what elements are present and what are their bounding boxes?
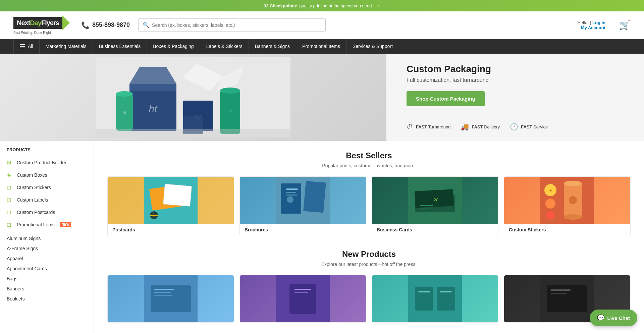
svg-rect-28 [286, 195, 297, 196]
svg-rect-61 [550, 289, 571, 291]
logo-tagline: Fast Printing, Done Right [13, 31, 51, 35]
brochures-label: Brochures [240, 224, 366, 236]
best-sellers-title: Best Sellers [107, 151, 631, 160]
svg-rect-55 [415, 287, 433, 311]
delivery-icon: 🚚 [461, 123, 469, 131]
new-products-subtitle: Explore our latest products—hot off the … [107, 262, 631, 267]
sidebar-item-custom-stickers[interactable]: ◻ Custom Stickers [0, 181, 94, 193]
hero-image: ht ht ht ht [0, 54, 386, 141]
nav-boxes[interactable]: Boxes & Packaging [147, 39, 200, 54]
svg-point-38 [564, 181, 582, 186]
banner-arrow: → [375, 3, 380, 9]
custom-boxes-icon: ◈ [7, 172, 13, 178]
svg-rect-48 [154, 292, 171, 293]
cart-icon[interactable]: 🛒 [619, 19, 631, 31]
hero-banner: ht ht ht ht Custom Packaging Full custom… [0, 54, 644, 141]
login-link[interactable]: Log In [592, 20, 605, 25]
svg-rect-56 [437, 287, 455, 311]
product-img-stickers: ★ [504, 177, 630, 224]
badge-service: 🕐 FAST Service [510, 123, 548, 131]
svg-text:★: ★ [549, 189, 552, 192]
banner-message: quality printing at the speed you need. [299, 3, 373, 8]
best-sellers-subtitle: Popular prints, customer favorites, and … [107, 163, 631, 168]
business-cards-label: Business Cards [372, 224, 498, 236]
hamburger-icon [20, 44, 25, 48]
product-card-new1[interactable] [107, 275, 234, 323]
shop-packaging-button[interactable]: Shop Custom Packaging [407, 91, 485, 106]
fast-label-2: FAST [472, 124, 483, 129]
nav-business[interactable]: Business Essentials [93, 39, 147, 54]
product-card-postcards[interactable]: Postcards [107, 176, 234, 236]
sidebar-item-bags[interactable]: Bags [0, 274, 94, 284]
svg-rect-19 [163, 184, 192, 207]
search-bar[interactable]: 🔍 [138, 18, 326, 32]
custom-stickers-label: Custom Stickers [504, 224, 630, 236]
svg-rect-57 [418, 291, 430, 292]
nav-all[interactable]: All [13, 39, 40, 54]
sidebar-item-aluminum-signs[interactable]: Aluminum Signs [0, 233, 94, 243]
svg-rect-25 [303, 181, 326, 213]
logo[interactable]: NextDayFlyers Fast Printing, Done Right [13, 15, 70, 35]
svg-rect-62 [550, 293, 567, 294]
svg-rect-49 [154, 295, 172, 296]
sidebar-item-custom-postcards[interactable]: ◻ Custom Postcards [0, 206, 94, 218]
sidebar: PRODUCTS ⊞ Custom Product Builder ◈ Cust… [0, 141, 94, 333]
product-img-new2 [240, 275, 366, 322]
sidebar-label-custom-boxes: Custom Boxes [17, 172, 47, 178]
nav-marketing[interactable]: Marketing Materials [40, 39, 93, 54]
sidebar-item-appointment-cards[interactable]: Appointment Cards [0, 264, 94, 274]
sidebar-item-a-frame-signs[interactable]: A-Frame Signs [0, 243, 94, 254]
sidebar-label-custom-labels: Custom Labels [17, 197, 48, 203]
sidebar-item-booklets[interactable]: Booklets [0, 294, 94, 304]
nav-banners[interactable]: Banners & Signs [249, 39, 296, 54]
turnaround-icon: ⏱ [407, 123, 413, 131]
svg-rect-26 [286, 188, 298, 190]
svg-rect-35 [420, 208, 430, 209]
svg-text:ht: ht [149, 103, 158, 114]
sidebar-item-custom-labels[interactable]: ◻ Custom Labels [0, 193, 94, 206]
product-img-bizcard: ✕ [372, 177, 498, 224]
sidebar-item-apparel[interactable]: Apparel [0, 254, 94, 264]
banner-checkpoints: 33 Checkpoints: [264, 3, 297, 8]
svg-rect-53 [294, 292, 308, 293]
sidebar-item-banners[interactable]: Banners [0, 284, 94, 294]
product-card-new2[interactable] [239, 275, 366, 323]
fast-label-1: FAST [416, 124, 427, 129]
live-chat-button[interactable]: 💬 Live Chat [590, 310, 637, 326]
nav-services[interactable]: Services & Support [346, 39, 399, 54]
nav-labels[interactable]: Labels & Stickers [200, 39, 249, 54]
product-img-postcards [108, 177, 234, 224]
phone-icon: 📞 [81, 21, 90, 29]
sidebar-label-promotional-items: Promotional Items [17, 222, 55, 227]
search-input[interactable] [152, 22, 321, 28]
search-icon: 🔍 [143, 22, 149, 28]
svg-point-40 [569, 196, 577, 204]
new-products-title: New Products [107, 249, 631, 259]
product-card-brochures[interactable]: Brochures [239, 176, 366, 236]
product-card-business-cards[interactable]: ✕ Business Cards [372, 176, 498, 236]
sidebar-item-promotional-items[interactable]: ◻ Promotional Items NEW [0, 218, 94, 231]
nav-all-label: All [28, 44, 33, 49]
svg-point-42 [545, 199, 555, 209]
sidebar-item-custom-product-builder[interactable]: ⊞ Custom Product Builder [0, 156, 94, 169]
product-builder-icon: ⊞ [7, 159, 13, 166]
best-sellers-grid: Postcards Brochures [107, 176, 631, 236]
product-card-new3[interactable] [372, 275, 498, 323]
svg-rect-27 [286, 192, 296, 193]
header: NextDayFlyers Fast Printing, Done Right … [0, 11, 644, 39]
svg-point-29 [287, 196, 293, 203]
svg-rect-47 [154, 289, 174, 290]
nav-promo[interactable]: Promotional Items [296, 39, 346, 54]
product-img-new3 [372, 275, 498, 322]
product-card-custom-stickers[interactable]: ★ Custom Stickers [504, 176, 631, 236]
sidebar-item-custom-boxes[interactable]: ◈ Custom Boxes [0, 169, 94, 181]
svg-point-13 [220, 88, 240, 94]
content-area: Best Sellers Popular prints, customer fa… [94, 141, 644, 333]
svg-point-43 [546, 211, 554, 219]
main-nav: All Marketing Materials Business Essenti… [0, 39, 644, 54]
custom-postcards-icon: ◻ [7, 209, 13, 215]
my-account-link[interactable]: My Account [581, 25, 605, 30]
phone-number[interactable]: 📞 855-898-9870 [81, 21, 130, 29]
badge-turnaround: ⏱ FAST Turnaround [407, 123, 450, 131]
main-area: PRODUCTS ⊞ Custom Product Builder ◈ Cust… [0, 141, 644, 333]
